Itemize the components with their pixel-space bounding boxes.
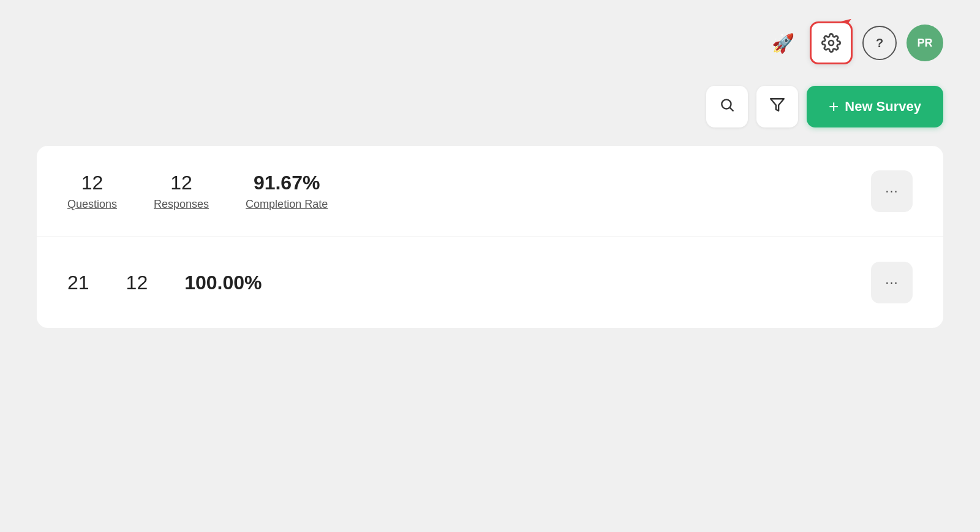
rocket-button[interactable]: 🚀: [766, 26, 800, 60]
questions-value: 21: [67, 272, 89, 294]
svg-point-2: [829, 40, 834, 45]
new-survey-button[interactable]: + New Survey: [807, 86, 943, 127]
search-icon: [719, 97, 735, 116]
questions-stat: 21: [67, 272, 89, 294]
header: 🚀 ? PR: [0, 0, 980, 86]
gear-icon: [821, 33, 841, 53]
avatar-initials: PR: [917, 37, 932, 50]
filter-button[interactable]: [756, 86, 798, 127]
responses-value: 12: [170, 172, 192, 194]
responses-value: 12: [126, 272, 148, 294]
plus-icon: +: [829, 98, 839, 115]
survey-list: 12 Questions 12 Responses 91.67% Complet…: [37, 146, 943, 328]
filter-icon: [769, 97, 785, 116]
questions-value: 12: [81, 172, 104, 194]
survey-item: 12 Questions 12 Responses 91.67% Complet…: [37, 146, 943, 237]
questions-stat: 12 Questions: [67, 172, 117, 211]
completion-stat: 91.67% Completion Rate: [246, 172, 328, 211]
settings-button[interactable]: [810, 21, 853, 64]
responses-stat: 12: [126, 272, 148, 294]
completion-stat: 100.00%: [184, 272, 262, 294]
completion-value: 100.00%: [184, 272, 262, 294]
responses-label[interactable]: Responses: [154, 198, 209, 211]
ellipsis-icon: ···: [885, 275, 898, 291]
more-options-button[interactable]: ···: [871, 170, 913, 212]
new-survey-label: New Survey: [845, 99, 921, 115]
help-button[interactable]: ?: [862, 26, 897, 60]
questions-label[interactable]: Questions: [67, 198, 117, 211]
more-options-button[interactable]: ···: [871, 262, 913, 303]
svg-marker-5: [771, 99, 784, 111]
search-button[interactable]: [706, 86, 748, 127]
completion-value: 91.67%: [254, 172, 320, 194]
help-icon: ?: [876, 36, 883, 50]
avatar[interactable]: PR: [907, 25, 943, 61]
rocket-icon: 🚀: [772, 32, 794, 54]
survey-item: 21 12 100.00% ···: [37, 237, 943, 328]
svg-line-4: [730, 108, 733, 111]
ellipsis-icon: ···: [885, 183, 898, 199]
responses-stat: 12 Responses: [154, 172, 209, 211]
completion-label[interactable]: Completion Rate: [246, 198, 328, 211]
toolbar: + New Survey: [0, 86, 980, 146]
